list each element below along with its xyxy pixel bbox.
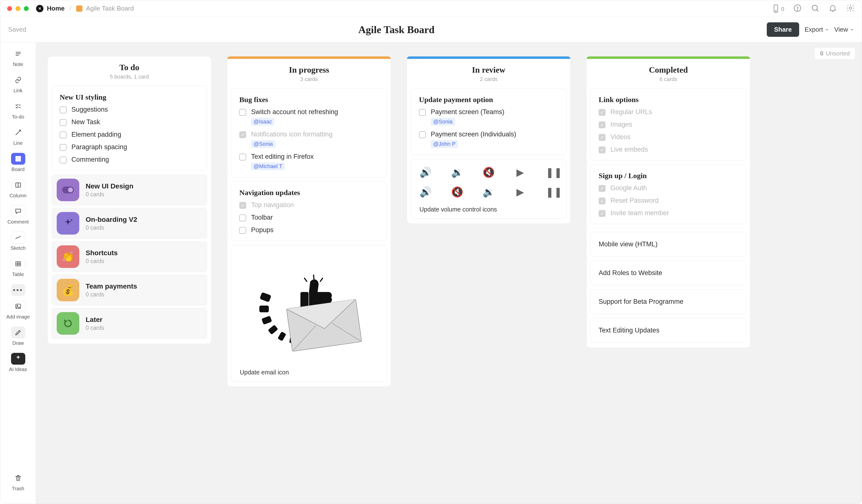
close-window-icon[interactable] <box>7 6 12 11</box>
task-row[interactable]: Paragraph spacing <box>60 143 199 151</box>
share-button[interactable]: Share <box>767 22 799 37</box>
view-menu[interactable]: View <box>834 26 854 34</box>
task-row[interactable]: Notifications icon formatting @Sonia <box>239 131 379 148</box>
breadcrumb-title[interactable]: Agile Task Board <box>86 5 134 12</box>
task-row[interactable]: Toolbar <box>239 214 379 221</box>
task-row[interactable]: Payment screen (Teams) @Sonia <box>419 108 558 125</box>
card-link-options[interactable]: Link options Regular URLsImagesVideosLiv… <box>590 88 746 160</box>
rail-table[interactable]: Table <box>4 258 32 277</box>
checkbox-icon[interactable] <box>599 121 605 128</box>
task-row[interactable]: Invite team member <box>599 209 738 217</box>
checkbox-icon[interactable] <box>239 154 246 160</box>
export-menu[interactable]: Export <box>805 26 829 34</box>
checkbox-icon[interactable] <box>60 106 66 114</box>
rail-column[interactable]: Column <box>4 179 32 199</box>
rail-more[interactable]: ••• <box>4 284 32 296</box>
rail-line[interactable]: Line <box>4 127 32 146</box>
rail-trash[interactable]: Trash <box>4 472 32 491</box>
board-item[interactable]: New UI Design 0 cards <box>52 174 207 205</box>
rail-todo[interactable]: To-do <box>4 101 32 120</box>
simple-card[interactable]: Support for Beta Programme <box>590 289 746 314</box>
header-actions: Share Export View <box>767 22 854 37</box>
task-row[interactable]: Text editing in Firefox @Michael T <box>239 153 379 170</box>
board-item[interactable]: On-boarding V2 0 cards <box>52 208 207 239</box>
mention-badge[interactable]: @John P <box>431 140 458 148</box>
checkbox-icon[interactable] <box>60 119 66 126</box>
task-row[interactable]: Videos <box>599 133 738 141</box>
mention-badge[interactable]: @Michael T <box>251 162 285 170</box>
checkbox-icon[interactable] <box>239 227 246 234</box>
rail-draw[interactable]: Draw <box>4 327 32 346</box>
card-volume-icons[interactable]: 🔊 🔉 🔇 ▶ ❚❚ 🔊 🔇 🔉 ▶ ❚❚ <box>411 159 566 218</box>
app-logo-icon[interactable]: ✕ <box>36 5 43 12</box>
unsorted-pill[interactable]: 0 Unsorted <box>814 48 856 59</box>
checkbox-icon[interactable] <box>239 109 246 116</box>
simple-card[interactable]: Mobile view (HTML) <box>590 232 746 257</box>
search-icon[interactable] <box>811 4 820 13</box>
task-row[interactable]: Popups <box>239 226 379 234</box>
task-row[interactable]: Reset Password <box>599 197 738 204</box>
task-row[interactable]: Payment screen (Individuals) @John P <box>419 131 558 148</box>
task-row[interactable]: Live embeds <box>599 146 738 154</box>
checkbox-icon[interactable] <box>60 157 66 163</box>
simple-card[interactable]: Text Editing Updates <box>590 318 746 343</box>
phone-icon[interactable]: 0 <box>771 4 784 13</box>
rail-ai-ideas[interactable]: AI Ideas <box>4 353 32 372</box>
checkbox-icon[interactable] <box>239 202 246 209</box>
simple-card[interactable]: Add Roles to Website <box>590 261 746 286</box>
card-signup-login[interactable]: Sign up / Login Google AuthReset Passwor… <box>590 164 746 224</box>
card-bug-fixes[interactable]: Bug fixes Switch account not refreshing … <box>231 88 387 177</box>
checkbox-icon[interactable] <box>60 144 66 151</box>
rail-link[interactable]: Link <box>4 74 32 93</box>
breadcrumb-home[interactable]: Home <box>47 5 65 12</box>
mention-badge[interactable]: @Sonia <box>251 140 275 148</box>
card-email-icon[interactable]: Update email icon <box>231 245 387 382</box>
maximize-window-icon[interactable] <box>24 6 29 11</box>
column-in-progress[interactable]: In progress 3 cards Bug fixes Switch acc… <box>227 56 391 387</box>
bell-icon[interactable] <box>828 4 837 13</box>
svg-rect-35 <box>278 332 286 341</box>
task-row[interactable]: Switch account not refreshing @Isaac <box>239 108 379 125</box>
checkbox-icon[interactable] <box>599 109 605 116</box>
checkbox-icon[interactable] <box>239 214 246 221</box>
checkbox-icon[interactable] <box>599 146 605 154</box>
checkbox-icon[interactable] <box>599 134 605 141</box>
checkbox-icon[interactable] <box>239 131 246 138</box>
card-new-ui-styling[interactable]: New UI styling SuggestionsNew TaskElemen… <box>52 86 207 171</box>
checkbox-icon[interactable] <box>419 109 426 116</box>
svg-rect-38 <box>259 305 269 313</box>
rail-sketch[interactable]: Sketch <box>4 231 32 251</box>
task-row[interactable]: Suggestions <box>60 106 199 114</box>
minimize-window-icon[interactable] <box>15 6 21 11</box>
checkbox-icon[interactable] <box>599 198 605 204</box>
mention-badge[interactable]: @Isaac <box>251 118 274 125</box>
task-row[interactable]: Top navigation <box>239 201 379 209</box>
task-row[interactable]: Images <box>599 121 738 128</box>
checkbox-icon[interactable] <box>60 132 66 138</box>
rail-note[interactable]: Note <box>4 48 32 67</box>
task-row[interactable]: Google Auth <box>599 184 738 192</box>
page-title[interactable]: Agile Task Board <box>26 24 767 36</box>
task-row[interactable]: New Task <box>60 118 199 126</box>
column-todo[interactable]: To do 5 boards, 1 card New UI styling Su… <box>47 56 211 344</box>
rail-comment[interactable]: Comment <box>4 205 32 225</box>
checkbox-icon[interactable] <box>419 131 426 138</box>
board-item[interactable]: 👏 Shortcuts 0 cards <box>52 241 207 272</box>
checkbox-icon[interactable] <box>599 185 605 192</box>
rail-add-image[interactable]: Add image <box>4 300 32 320</box>
rail-label: Note <box>13 62 23 67</box>
card-navigation-updates[interactable]: Navigation updates Top navigation Toolba… <box>231 181 387 241</box>
board-item[interactable]: 💰 Team payments 0 cards <box>52 275 207 305</box>
card-payment-option[interactable]: Update payment option Payment screen (Te… <box>411 88 566 155</box>
task-row[interactable]: Regular URLs <box>599 108 738 116</box>
board-item[interactable]: Later 0 cards <box>52 308 207 339</box>
task-row[interactable]: Commenting <box>60 156 199 163</box>
column-in-review[interactable]: In review 2 cards Update payment option … <box>407 56 571 224</box>
mention-badge[interactable]: @Sonia <box>431 118 455 125</box>
task-row[interactable]: Element padding <box>60 131 199 138</box>
checkbox-icon[interactable] <box>599 210 605 217</box>
gear-icon[interactable] <box>846 4 855 13</box>
column-completed[interactable]: Completed 6 cards Link options Regular U… <box>586 56 750 348</box>
rail-board[interactable]: Board <box>4 153 32 172</box>
help-icon[interactable] <box>793 4 802 13</box>
